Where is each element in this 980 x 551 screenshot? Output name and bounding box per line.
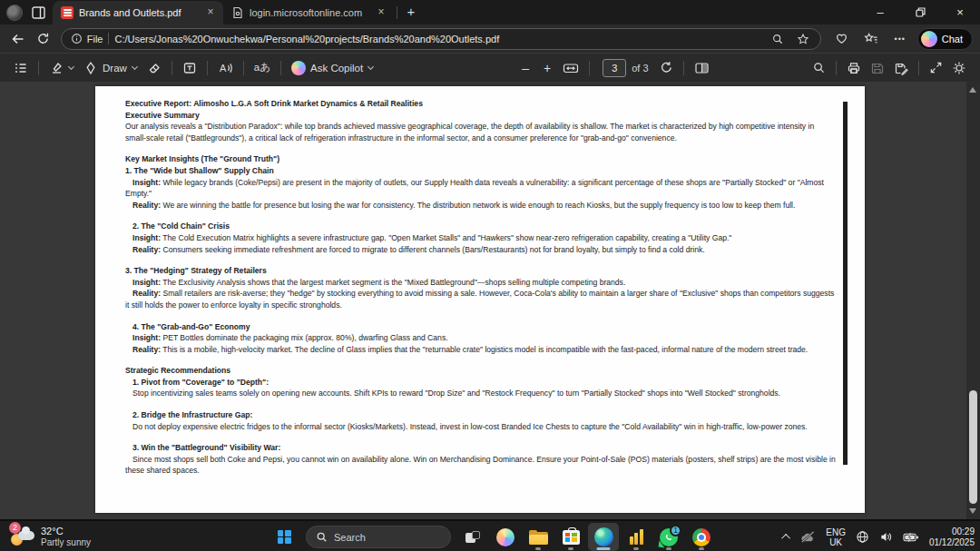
microsoft-store-button[interactable] [555,523,586,551]
document-paragraph: Insight: PET Bottles dominate the packag… [125,332,836,344]
start-button[interactable] [269,523,299,551]
task-view-button[interactable] [457,523,488,551]
document-heading: 2. Bridge the Infrastructure Gap: [125,409,836,421]
new-tab-button[interactable]: + [400,1,422,23]
url-field[interactable]: File C:/Users/Jonas%20Onwuchekwa/Persona… [61,28,821,50]
restore-icon [916,7,926,17]
scrollbar-thumb[interactable] [969,390,977,504]
refresh-button[interactable] [32,27,53,51]
save-button[interactable] [866,56,889,80]
hidden-icons-chevron[interactable] [781,534,790,543]
erase-button[interactable] [142,56,166,80]
toolbar-divider [172,61,172,75]
chevron-down-icon [132,63,138,69]
document-spacer [125,432,836,442]
toolbar-divider [683,61,684,75]
highlighter-icon [49,61,64,75]
whatsapp-badge: 1 [670,525,681,536]
eraser-icon [147,61,162,75]
weather-condition: Partly sunny [41,537,91,548]
battery-charging-icon[interactable] [903,531,919,544]
edge-button[interactable] [588,523,619,551]
scheme-chip[interactable]: File [71,33,103,44]
pdf-settings-button[interactable] [947,56,971,80]
back-button[interactable] [7,27,28,51]
chrome-button[interactable] [686,523,717,551]
language-indicator[interactable]: ENG UK [826,527,846,547]
table-of-contents-button[interactable] [9,56,33,80]
tab-layout-icon[interactable] [32,6,45,19]
taskbar-search-box[interactable]: Search [306,526,451,548]
document-paragraph: Our analysis reveals a "Distribution Par… [125,121,836,143]
favorites-list-icon [864,32,878,45]
scroll-up-icon[interactable] [969,87,976,93]
minimize-button[interactable]: – [860,0,900,24]
clock-widget[interactable]: 00:29 01/12/2025 [929,526,975,548]
document-heading: 3. The "Hedging" Strategy of Retailers [125,265,836,277]
onedrive-cloud-slash-icon[interactable] [800,530,816,544]
network-globe-icon[interactable] [856,530,869,544]
tab-brands-and-outlets-pdf[interactable]: Brands and Outlets.pdf × [53,1,223,25]
print-button[interactable] [842,56,866,80]
document-paragraph: Reality: This is a mobile, high-velocity… [125,344,836,356]
partly-sunny-icon: 2 [11,526,34,547]
tab-login-microsoftonline[interactable]: login.microsoftonline.com × [223,1,394,25]
save-as-button[interactable] [889,56,913,80]
file-explorer-button[interactable] [523,523,554,551]
paragraph-lead: Insight: [132,233,161,242]
restore-button[interactable] [900,0,940,24]
pdf-page[interactable]: Executive Report: Alimosho L.G.A Soft Dr… [95,86,865,513]
zoom-out-button[interactable]: – [514,56,536,80]
zoom-page-button[interactable] [768,29,788,49]
power-bi-button[interactable] [621,523,652,551]
document-spacer [125,143,836,153]
rotate-button[interactable] [654,56,678,80]
volume-icon[interactable] [879,530,893,544]
whatsapp-icon: 1 [660,528,678,546]
save-as-icon [894,61,908,75]
fit-to-width-button[interactable] [558,56,583,80]
document-paragraph: Since most shops sell both Coke and Peps… [125,454,836,477]
running-indicator [568,547,573,550]
browser-essentials-button[interactable] [830,27,854,51]
active-running-indicator [597,547,611,550]
read-aloud-button[interactable]: A [213,56,238,80]
draw-button[interactable]: Draw [79,56,142,80]
tab-close-icon[interactable]: × [374,5,388,20]
search-document-button[interactable] [808,56,830,80]
fit-width-icon [563,61,579,75]
profile-avatar[interactable] [6,5,23,21]
page-number-input[interactable]: 3 [603,59,626,77]
taskbar-copilot-button[interactable] [490,523,521,551]
tab-close-icon[interactable]: × [203,5,218,20]
settings-more-button[interactable]: ••• [888,27,912,51]
add-text-button[interactable] [178,56,201,80]
windows-logo-icon [278,530,291,544]
toolbar-divider [589,61,590,75]
favorites-bar-button[interactable] [859,27,883,51]
search-icon [812,61,826,74]
weather-widget[interactable]: 2 32°C Partly sunny [5,524,96,549]
copilot-icon [921,31,937,47]
close-window-button[interactable]: × [940,0,980,24]
document-heading: 1. Pivot from "Coverage" to "Depth": [125,377,836,389]
whatsapp-button[interactable]: 1 [653,523,684,551]
expand-button[interactable] [925,56,947,80]
toolbar-divider [38,61,39,75]
favorite-star-button[interactable] [793,29,813,49]
document-paragraph: Reality: Small retailers are risk-averse… [125,288,836,310]
translate-button[interactable]: aあ [250,56,275,80]
scroll-down-icon[interactable] [969,508,976,514]
toolbar-divider [280,61,281,75]
copilot-chat-button[interactable]: Chat [917,28,973,50]
document-heading: 4. The "Grab-and-Go" Economy [125,321,836,333]
document-paragraph: Insight: The Exclusivity Analysis shows … [125,277,836,289]
highlight-button[interactable] [44,56,79,80]
document-heading: Executive Report: Alimosho L.G.A Soft Dr… [125,98,836,110]
vertical-scrollbar[interactable] [966,82,980,519]
toolbar-divider [207,61,208,75]
copilot-chat-label: Chat [942,34,963,44]
ask-copilot-button[interactable]: Ask Copilot [287,56,378,80]
zoom-in-button[interactable]: + [536,56,558,80]
page-view-button[interactable] [690,56,714,80]
